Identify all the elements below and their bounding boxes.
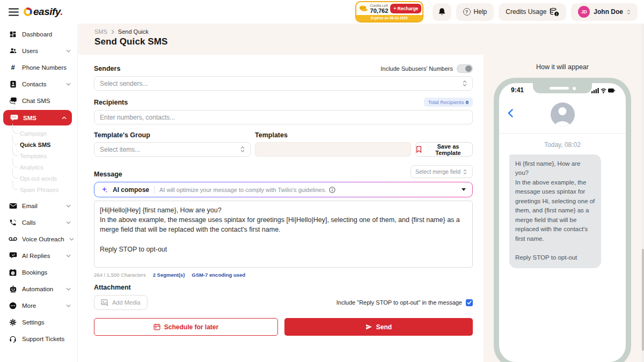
- sidebar-item-chat-sms[interactable]: Chat SMS: [0, 92, 77, 109]
- avatar: JD: [578, 6, 590, 18]
- sidebar-item-voice-outreach[interactable]: Voice Outreach: [0, 231, 77, 247]
- submenu-item-campaign[interactable]: Campaign: [0, 128, 77, 139]
- message-textarea[interactable]: [Hi|Hello|Hey] {first name}, How are you…: [94, 201, 473, 268]
- contacts-icon: [9, 80, 17, 88]
- back-chevron-icon[interactable]: [508, 109, 513, 117]
- sidebar-item-support-tickets[interactable]: Support Tickets: [0, 330, 77, 347]
- chevron-down-icon: [66, 221, 71, 224]
- chevron-down-icon: [69, 238, 74, 241]
- credits-left-label: Credits Left: [370, 4, 389, 8]
- chevron-down-icon: [66, 304, 71, 307]
- template-group-select[interactable]: Select items...: [94, 142, 251, 157]
- recipients-input[interactable]: [94, 110, 473, 124]
- include-stop-checkbox[interactable]: [466, 299, 473, 306]
- app-window: easify. Credits Left 70,762 + Recharge E…: [0, 0, 644, 362]
- image-icon: [101, 299, 109, 306]
- robot-icon: [9, 285, 17, 293]
- sms-bubble-icon: [10, 114, 18, 121]
- page-title: Send Quick SMS: [94, 36, 625, 47]
- logo-text: easify.: [33, 6, 63, 18]
- credits-widget: Credits Left 70,762 + Recharge Expires o…: [355, 1, 423, 23]
- vertical-scrollbar[interactable]: [641, 24, 644, 362]
- scrollbar-thumb[interactable]: [642, 249, 644, 351]
- chevron-up-icon: [62, 116, 67, 120]
- include-stop-label: Include "Reply STOP to opt-out" in the m…: [336, 299, 462, 306]
- main-area: SMS Send Quick Send Quick SMS Senders In…: [78, 24, 641, 362]
- chevron-updown-icon: [463, 169, 467, 174]
- ai-compose-bar[interactable]: AI compose AI will optimize your message…: [94, 182, 473, 197]
- sidebar-item-sms[interactable]: SMS: [3, 110, 72, 125]
- sidebar-item-bookings[interactable]: Bookings: [0, 264, 77, 280]
- schedule-for-later-button[interactable]: Schedule for later: [94, 318, 278, 336]
- merge-field-select[interactable]: Select merge field: [411, 165, 473, 178]
- preview-title: How it will appear: [484, 63, 641, 71]
- include-subusers-toggle[interactable]: [457, 64, 473, 73]
- templates-label: Templates: [255, 131, 411, 139]
- add-media-button[interactable]: Add Media: [94, 295, 148, 310]
- preview-panel: How it will appear 9:41: [484, 55, 641, 362]
- submenu-item-spam-phrases[interactable]: Spam Phrases: [0, 184, 77, 195]
- dashboard-icon: [9, 31, 17, 38]
- chevron-updown-icon: [240, 146, 245, 152]
- message-date: Today, 08:02: [499, 141, 626, 149]
- phone-icon: [9, 219, 17, 226]
- breadcrumb-sms[interactable]: SMS: [94, 28, 107, 35]
- bookmark-icon: [416, 146, 422, 153]
- template-group-label: Template's Group: [94, 131, 251, 139]
- submenu-item-templates[interactable]: Templates: [0, 150, 77, 161]
- include-subusers-label: Include Subusers' Numbers: [380, 65, 453, 72]
- credits-usage-button[interactable]: Credits Usage !: [499, 3, 566, 21]
- senders-select[interactable]: Select senders...: [94, 76, 473, 91]
- info-icon: [329, 187, 335, 193]
- hash-icon: #: [9, 63, 17, 71]
- ai-compose-description: AI will optimize your message to comply …: [159, 187, 326, 193]
- send-plane-icon: [365, 323, 372, 330]
- contact-avatar: [551, 102, 575, 127]
- submenu-item-analytics[interactable]: Analytics: [0, 161, 77, 173]
- help-button[interactable]: ? Help: [456, 3, 494, 21]
- recharge-button[interactable]: + Recharge: [390, 4, 421, 13]
- hamburger-menu-icon[interactable]: [8, 6, 19, 18]
- segment-counter: 2 Segment(s): [153, 272, 185, 278]
- help-label: Help: [474, 8, 487, 16]
- caret-down-icon: [462, 188, 466, 191]
- message-counters: 264 / 1,500 Characters 2 Segment(s) GSM-…: [94, 272, 473, 278]
- message-bubble: Hi {first name}, How are you? In the abo…: [509, 154, 601, 268]
- breadcrumb-separator-icon: [111, 29, 114, 34]
- user-menu[interactable]: JD John Doe: [571, 3, 638, 21]
- coins-usage-icon: !: [550, 8, 559, 17]
- sidebar-item-contacts[interactable]: Contacts: [0, 76, 77, 92]
- sidebar-item-settings[interactable]: Settings: [0, 314, 77, 330]
- notifications-button[interactable]: [433, 3, 451, 21]
- divider: [154, 186, 155, 194]
- conversation-header: [499, 83, 626, 134]
- senders-label: Senders: [94, 65, 120, 72]
- sidebar-item-calls[interactable]: Calls: [0, 214, 77, 231]
- voicemail-icon: [9, 237, 17, 241]
- calendar-icon: [153, 323, 160, 330]
- phone-screen: 9:41: [499, 83, 626, 362]
- page-header: SMS Send Quick Send Quick SMS: [78, 24, 641, 49]
- submenu-item-quick-sms[interactable]: Quick SMS: [0, 139, 77, 150]
- sidebar-item-ai-replies[interactable]: AI Replies: [0, 247, 77, 264]
- phone-mockup: 9:41: [494, 78, 631, 362]
- sidebar-item-automation[interactable]: Automation: [0, 280, 77, 297]
- message-label: Message: [94, 171, 122, 178]
- chevron-down-icon: [66, 204, 71, 208]
- send-quick-sms-form: Senders Include Subusers' Numbers Select…: [78, 55, 484, 362]
- chevron-down-icon: [66, 83, 71, 86]
- send-button[interactable]: Send: [284, 318, 473, 336]
- save-as-template-button[interactable]: Save as Template: [415, 142, 473, 157]
- templates-select-disabled[interactable]: [255, 142, 411, 157]
- sidebar-item-phone-numbers[interactable]: # Phone Numbers: [0, 59, 77, 76]
- chevron-updown-icon: [627, 10, 631, 14]
- sidebar-item-more[interactable]: More: [0, 297, 77, 314]
- sidebar-item-dashboard[interactable]: Dashboard: [0, 26, 77, 42]
- encoding-label: GSM-7 encoding used: [192, 272, 245, 278]
- char-counter: 264 / 1,500 Characters: [94, 272, 146, 278]
- credits-usage-label: Credits Usage: [506, 8, 546, 16]
- submenu-item-opt-out-words[interactable]: Opt-out words: [0, 173, 77, 184]
- sidebar-item-users[interactable]: Users: [0, 42, 77, 59]
- app-logo[interactable]: easify.: [24, 6, 63, 18]
- sidebar-item-email[interactable]: Email: [0, 197, 77, 214]
